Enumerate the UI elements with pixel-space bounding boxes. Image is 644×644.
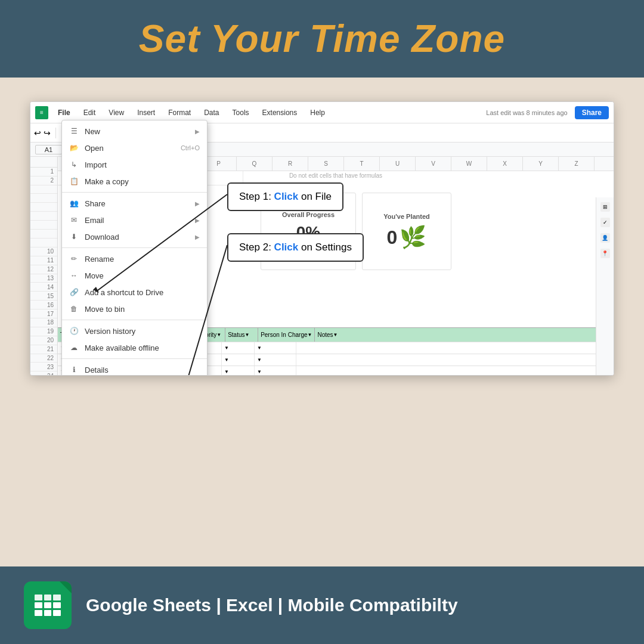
panel-icon-4[interactable]: 📍 [600,249,610,258]
row-19: 19 [30,327,57,336]
spreadsheet-mockup: ≡ File Edit View Insert Format Data Tool… [30,101,614,376]
plant-label: You've Planted [383,213,430,220]
menu-file[interactable]: File [55,107,73,118]
menu-item-copy[interactable]: 📋 Make a copy [62,173,207,190]
col-x: X [487,157,523,171]
menu-view[interactable]: View [106,107,126,118]
bin-icon: 🗑 [69,304,79,314]
menu-divider-1 [62,192,207,193]
footer: Google Sheets | Excel | Mobile Compatibi… [0,566,644,644]
step1-callout: Step 1: Click on File [227,182,343,211]
context-menu: ☰ New ▶ 📂 Open Ctrl+O ↳ Import 📋 Make a … [61,120,208,376]
menu-item-import[interactable]: ↳ Import [62,156,207,173]
row-23: 23 [30,363,57,371]
row-18: 18 [30,318,57,327]
row-4 [30,194,57,203]
col-w: W [451,157,487,171]
menu-item-bin[interactable]: 🗑 Move to bin [62,301,207,317]
share-arrow: ▶ [195,200,200,207]
menu-item-open[interactable]: 📂 Open Ctrl+O [62,140,207,156]
sheets-menu: File Edit View Insert Format Data Tools … [55,107,327,118]
row-9 [30,239,57,247]
menu-divider-2 [62,247,207,248]
sheets-icon-large [24,581,72,629]
step1-click: Click [274,191,299,202]
plant-count: 0 [387,227,398,249]
new-icon: ☰ [69,126,79,136]
move-icon: ↔ [69,271,79,280]
step2-click: Click [274,242,299,253]
row-14: 14 [30,283,57,292]
menu-item-rename-label: Rename [85,255,200,264]
plant-icon: 🌿 [400,225,426,250]
row-8 [30,230,57,239]
menu-item-version-label: Version history [85,327,200,336]
menu-item-share[interactable]: 👥 Share ▶ [62,195,207,212]
row-1: 1 [30,168,57,177]
menu-extensions[interactable]: Extensions [260,107,300,118]
menu-item-new-label: New [85,127,189,136]
step2-suffix: on Settings [298,242,352,253]
menu-item-new[interactable]: ☰ New ▶ [62,123,207,140]
right-panel: ⊞ ✓ 👤 📍 + [596,197,614,376]
row-11: 11 [30,256,57,265]
menu-tools[interactable]: Tools [230,107,252,118]
col-t: T [344,157,380,171]
import-icon: ↳ [69,160,79,169]
menu-item-details[interactable]: ℹ Details [62,361,207,376]
header: Set Your Time Zone [0,0,644,78]
menu-item-details-label: Details [85,366,200,374]
row-12: 12 [30,265,57,274]
menu-item-version[interactable]: 🕐 Version history [62,323,207,339]
col-q: Q [237,157,273,171]
menu-item-email-label: Email [85,216,189,225]
row-16: 16 [30,301,57,309]
rename-icon: ✏ [69,254,79,264]
row-15: 15 [30,292,57,301]
menu-item-move[interactable]: ↔ Move [62,267,207,284]
col-y: Y [523,157,559,171]
col-u: U [380,157,416,171]
details-icon: ℹ [69,365,79,374]
email-icon: ✉ [69,215,79,225]
redo-icon[interactable]: ↪ [44,128,51,138]
menu-item-rename[interactable]: ✏ Rename [62,250,207,267]
row-21: 21 [30,345,57,354]
menu-format[interactable]: Format [166,107,193,118]
offline-icon: ☁ [69,343,79,352]
open-shortcut: Ctrl+O [181,144,200,151]
row-22: 22 [30,354,57,363]
menu-edit[interactable]: Edit [81,107,98,118]
menu-item-email[interactable]: ✉ Email ▶ [62,212,207,228]
col-notes: Notes ▼ [315,328,348,342]
copy-icon: 📋 [69,177,79,186]
new-arrow: ▶ [195,128,200,135]
menu-item-shortcut[interactable]: 🔗 Add a shortcut to Drive [62,284,207,301]
menu-help[interactable]: Help [308,107,327,118]
col-s: S [308,157,344,171]
menu-item-open-label: Open [85,144,175,153]
cell-reference[interactable]: A1 [35,145,62,154]
col-z: Z [559,157,595,171]
download-arrow: ▶ [195,234,200,240]
panel-icon-2[interactable]: ✓ [600,218,610,227]
menu-item-offline[interactable]: ☁ Make available offline [62,339,207,356]
undo-icon[interactable]: ↩ [34,128,41,138]
col-status: Status ▼ [225,328,258,342]
row-24: 24 [30,371,57,376]
plant-box: You've Planted 0 🌿 [362,193,451,270]
menu-data[interactable]: Data [202,107,221,118]
menu-item-offline-label: Make available offline [85,343,200,352]
panel-icon-1[interactable]: ⊞ [600,202,610,212]
menu-insert[interactable]: Insert [135,107,157,118]
menu-divider-3 [62,320,207,320]
row-numbers: 1 2 10 11 12 13 14 15 16 17 18 19 20 [30,157,58,376]
menu-item-download[interactable]: ⬇ Download ▶ [62,228,207,245]
step2-prefix: Step 2: [239,242,274,253]
sheets-logo-icon: ≡ [35,106,48,119]
panel-icon-3[interactable]: 👤 [600,233,610,243]
row-13: 13 [30,274,57,283]
share-button[interactable]: Share [575,106,609,119]
sheets-icon-grid [35,595,61,616]
row-3 [30,185,57,194]
